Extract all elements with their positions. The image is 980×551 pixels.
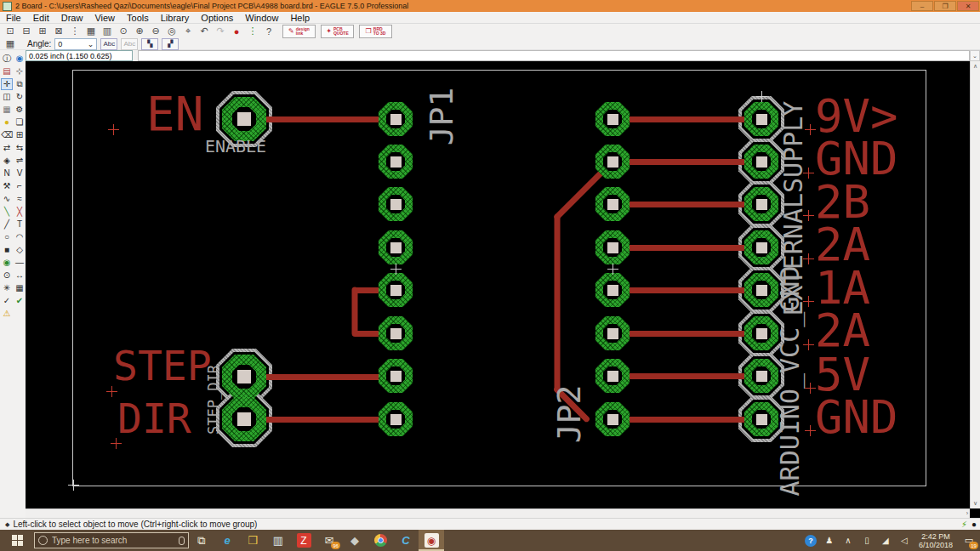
text-style-button[interactable]: Abc	[100, 38, 117, 50]
network-icon[interactable]: ◢	[876, 530, 895, 551]
net-label-2A[interactable]: 2A	[815, 308, 870, 354]
ripup-tool[interactable]: ╳	[14, 206, 26, 218]
red-app-icon[interactable]: Z	[291, 530, 316, 551]
net-label-DIR[interactable]: DIR	[117, 398, 191, 439]
copper-trace[interactable]	[555, 214, 561, 393]
copper-trace[interactable]	[610, 331, 765, 337]
edge-icon[interactable]: e	[214, 530, 240, 551]
lock-tool[interactable]: ◈	[1, 155, 13, 167]
inkscape-icon[interactable]: ◆	[342, 530, 368, 551]
optimize-tool[interactable]: ≈	[14, 193, 26, 205]
close-button[interactable]: ✕	[957, 1, 979, 11]
scroll-up-icon[interactable]: ∧	[971, 61, 980, 71]
search-input[interactable]: Type here to search	[34, 532, 189, 548]
zoom-out-button[interactable]: ⊖	[148, 24, 163, 38]
delete-tool[interactable]: ⌫	[1, 129, 13, 141]
route-tool[interactable]: ╲	[1, 206, 13, 218]
pinswap-tool[interactable]: ⇄	[1, 142, 13, 154]
angle-select[interactable]: 0 ⌄	[54, 38, 97, 50]
gateswap-tool[interactable]: ⇌	[14, 155, 26, 167]
microphone-icon[interactable]	[179, 537, 185, 545]
net-label-GND[interactable]: GND	[815, 395, 898, 440]
copper-trace[interactable]	[610, 245, 765, 251]
signal-tool[interactable]: —	[14, 257, 26, 269]
bend-style-2-button[interactable]: ▞	[162, 38, 179, 50]
eagle-icon[interactable]: ◉	[419, 530, 444, 551]
command-dropdown-arrow[interactable]: ⌄	[970, 50, 980, 61]
pcb-quote-button[interactable]: ✦PCBQUOTE	[321, 25, 354, 38]
name-tool[interactable]: N	[1, 168, 13, 179]
volume-icon[interactable]: ◁	[895, 530, 914, 551]
chrome-icon[interactable]	[368, 530, 393, 551]
cam-processor-button[interactable]: ⊠	[51, 24, 66, 38]
via-tool[interactable]: ◉	[1, 257, 13, 269]
grid-settings-button[interactable]: ▦	[3, 37, 18, 51]
copper-trace[interactable]	[610, 287, 765, 293]
help-button[interactable]: ?	[261, 24, 276, 38]
mark-tool[interactable]: ⊹	[14, 65, 26, 77]
silk-label-JP2[interactable]: JP2	[553, 385, 585, 444]
smash-tool[interactable]: ⚒	[1, 180, 13, 192]
copy-tool[interactable]: ⧉	[14, 78, 26, 90]
mail-icon[interactable]: ✉96	[316, 530, 342, 551]
minimize-button[interactable]: –	[911, 1, 933, 11]
start-button[interactable]	[0, 530, 34, 551]
zoom-select-button[interactable]: ⌖	[180, 24, 196, 38]
rect-tool[interactable]: ■	[1, 244, 13, 256]
menu-draw[interactable]: Draw	[55, 12, 89, 23]
miter-tool[interactable]: ⌐	[14, 180, 26, 192]
copper-trace[interactable]	[352, 287, 358, 337]
menu-window[interactable]: Window	[239, 12, 284, 23]
split-tool[interactable]: ∿	[1, 193, 13, 205]
menu-library[interactable]: Library	[155, 12, 196, 23]
drc-tool[interactable]: ✔	[14, 295, 26, 307]
rotate-tool[interactable]: ↻	[14, 91, 26, 103]
brd-to-3d-button[interactable]: ❒BRDTO 3D	[359, 25, 392, 38]
command-input[interactable]	[138, 50, 970, 61]
polygon-tool[interactable]: ◇	[14, 244, 26, 256]
menu-file[interactable]: File	[0, 12, 27, 23]
zoom-fit-button[interactable]: ⊙	[116, 24, 131, 38]
net-label-EN[interactable]: EN	[146, 90, 203, 138]
store-icon[interactable]: ▥	[265, 530, 291, 551]
silk-label-ENABLE[interactable]: ENABLE	[205, 138, 266, 155]
layer-display-button[interactable]: ▥	[100, 24, 115, 38]
taskbar-clock[interactable]: 2:42 PM 6/10/2018	[914, 532, 958, 549]
wire-tool[interactable]: ╱	[1, 219, 13, 230]
save-button[interactable]: ⊟	[19, 24, 34, 38]
paste-tool[interactable]: ❏	[14, 116, 26, 128]
silk-label-ARDUINOVCCGND[interactable]: ARDUINO_VCC_GND	[778, 266, 803, 497]
bend-style-1-button[interactable]: ▚	[141, 38, 158, 50]
silk-label-JP1[interactable]: JP1	[425, 88, 458, 146]
change-tool[interactable]: ⚙	[14, 104, 26, 116]
value-tool[interactable]: V	[14, 168, 26, 179]
display-layers-tool[interactable]: ▤	[1, 65, 13, 77]
scroll-down-icon[interactable]: ∨	[971, 498, 980, 508]
cut-tool[interactable]: ●	[1, 116, 13, 128]
text-tool[interactable]: T	[14, 219, 26, 230]
circle-tool[interactable]: ○	[1, 231, 13, 243]
ratsnest-tool[interactable]: ✳	[1, 282, 13, 294]
hidden-icons-chevron[interactable]: ∧	[839, 530, 858, 551]
net-label-STEP[interactable]: STEP	[113, 345, 212, 386]
design-link-button[interactable]: ✎designlink	[282, 25, 316, 38]
pcb-canvas[interactable]: ENSTEPDIR9V>GND2B2A1A2A5VGNDENABLESTEP_D…	[26, 61, 970, 508]
copper-trace[interactable]	[610, 417, 765, 423]
print-button[interactable]: ⊞	[35, 24, 50, 38]
group-tool[interactable]: ▦	[1, 104, 13, 116]
erc-tool[interactable]: ✓	[1, 295, 13, 307]
zoom-in-button[interactable]: ⊕	[132, 24, 147, 38]
scroll-right-icon[interactable]: ›	[966, 510, 968, 516]
errors-tool[interactable]: ⚠	[1, 308, 13, 320]
copper-trace[interactable]	[610, 116, 765, 122]
stop-button[interactable]: ●	[229, 24, 244, 38]
help-tray-icon[interactable]: ?	[801, 530, 820, 551]
cyberlink-icon[interactable]: C	[393, 530, 419, 551]
undo-button[interactable]: ↶	[197, 24, 212, 38]
vertical-scrollbar[interactable]: ∧ ∨	[970, 61, 980, 508]
battery-icon[interactable]: ▯	[858, 530, 876, 551]
grid-button[interactable]: ▦	[83, 24, 99, 38]
go-button[interactable]: ⋮	[245, 24, 260, 38]
file-explorer-icon[interactable]: ❒	[240, 530, 265, 551]
replace-tool[interactable]: ⇆	[14, 142, 26, 154]
